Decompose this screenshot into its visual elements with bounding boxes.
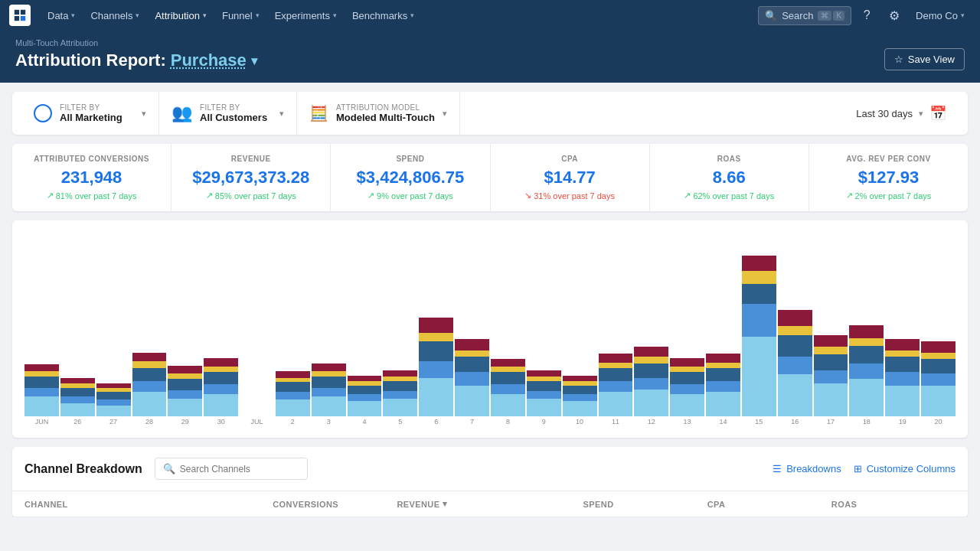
bar-segment [455, 386, 489, 416]
bar-segment [132, 381, 167, 392]
bar-segment [849, 325, 884, 338]
bar-segment [383, 399, 417, 416]
chart-x-label: 10 [563, 418, 597, 433]
nav-item-attribution[interactable]: Attribution▾ [147, 0, 214, 31]
metric-card: AVG. REV PER CONV $127.93 ↗ 2% over past… [809, 144, 968, 211]
chart-x-label: 2 [276, 418, 310, 433]
bar-segment [455, 339, 489, 350]
bar-segment [348, 376, 382, 381]
bar-group [706, 354, 740, 416]
nav-item-data[interactable]: Data▾ [40, 0, 83, 31]
bar-segment [921, 386, 956, 416]
svg-rect-3 [21, 16, 25, 21]
filter-circle-icon [34, 104, 52, 122]
nav-chevron-icon: ▾ [256, 11, 260, 19]
calendar-icon[interactable]: 📅 [929, 105, 946, 122]
column-header-revenue[interactable]: Revenue ▾ [397, 499, 583, 509]
nav-item-funnel[interactable]: Funnel▾ [214, 0, 267, 31]
bar-segment [921, 373, 956, 386]
bar-segment [455, 357, 489, 372]
customize-columns-icon: ⊞ [854, 463, 862, 474]
nav-item-channels[interactable]: Channels▾ [83, 0, 147, 31]
column-header-spend[interactable]: Spend [583, 499, 707, 509]
report-type-selector[interactable]: Purchase [171, 51, 247, 70]
date-range-filter[interactable]: Last 30 days ▾ 📅 [460, 92, 959, 135]
bar-segment [742, 304, 776, 337]
column-header-cpa[interactable]: CPA [707, 499, 831, 509]
attribution-model-value: Modeled Multi-Touch [336, 112, 435, 123]
bar-group [24, 364, 59, 416]
calculator-icon: 🧮 [309, 104, 328, 122]
bar-segment [24, 364, 59, 371]
bar-segment [706, 354, 740, 363]
search-channels-icon: 🔍 [163, 463, 175, 474]
breakdowns-icon: ☰ [773, 463, 782, 474]
bar-segment [670, 394, 704, 416]
app-logo[interactable] [9, 5, 31, 26]
search-channels-input[interactable] [180, 464, 299, 474]
filter-value-1: All Marketing [60, 112, 134, 123]
search-bar[interactable]: 🔍 Search ⌘ K [758, 6, 851, 25]
nav-chevron-icon: ▾ [203, 11, 207, 19]
metric-value: $14.77 [503, 168, 637, 187]
attribution-model-chevron-icon: ▾ [443, 109, 447, 119]
bar-segment [849, 346, 884, 364]
bar-segment [276, 399, 310, 416]
bar-segment [276, 382, 310, 392]
save-view-button[interactable]: ☆ Save View [884, 48, 965, 70]
bar-segment [706, 392, 740, 416]
filter-value-2: All Customers [200, 112, 272, 123]
bar-segment [634, 347, 668, 357]
top-navigation: Data▾Channels▾Attribution▾Funnel▾Experim… [0, 0, 980, 31]
bar-segment [885, 372, 920, 385]
bar-segment [60, 396, 95, 403]
metric-value: $127.93 [822, 168, 956, 187]
bar-group [419, 318, 453, 416]
bar-group [276, 371, 310, 416]
nav-item-benchmarks[interactable]: Benchmarks▾ [345, 0, 422, 31]
column-header-roas[interactable]: ROAS [831, 499, 956, 509]
bar-group [383, 370, 417, 416]
customize-columns-button[interactable]: ⊞ Customize Columns [854, 463, 956, 474]
bar-segment [96, 406, 131, 416]
search-channels-input-wrapper[interactable]: 🔍 [155, 458, 308, 480]
settings-button[interactable]: ⚙ [882, 3, 906, 28]
bar-group [921, 341, 956, 416]
bar-segment [24, 396, 59, 416]
metric-value: $3,424,806.75 [343, 168, 477, 187]
bar-segment [670, 384, 704, 394]
chart-x-label: 19 [885, 418, 920, 433]
nav-item-experiments[interactable]: Experiments▾ [267, 0, 345, 31]
bar-segment [670, 367, 704, 372]
metric-change: ↗ 2% over past 7 days [822, 191, 956, 201]
metric-label: REVENUE [184, 155, 318, 163]
bar-segment [204, 358, 238, 367]
arrow-up-icon: ↗ [368, 191, 374, 201]
chart-x-label: 5 [383, 418, 417, 433]
bar-segment [383, 370, 417, 377]
user-menu[interactable]: Demo Co ▾ [910, 10, 971, 21]
marketing-filter[interactable]: Filter by All Marketing ▾ [21, 92, 159, 135]
svg-rect-2 [15, 16, 19, 21]
help-button[interactable]: ? [854, 3, 879, 28]
chart-x-label: 17 [814, 418, 848, 433]
bar-group [599, 354, 633, 416]
customers-filter[interactable]: 👥 Filter by All Customers ▾ [159, 92, 297, 135]
chart-x-label: 20 [921, 418, 956, 433]
arrow-up-icon: ↗ [684, 191, 691, 201]
bar-segment [168, 366, 202, 373]
search-label: Search [782, 10, 813, 21]
breakdowns-button[interactable]: ☰ Breakdowns [773, 463, 841, 474]
column-header-conversions[interactable]: Conversions [273, 499, 397, 509]
chart-x-label: JUL [240, 418, 274, 433]
bar-segment [599, 381, 633, 392]
bar-segment [204, 384, 238, 394]
bar-segment [168, 373, 202, 379]
bar-segment [921, 359, 956, 373]
report-type-chevron-icon[interactable]: ▾ [251, 54, 257, 68]
attribution-model-filter[interactable]: 🧮 Attribution Model Modeled Multi-Touch … [297, 92, 460, 135]
bar-segment [634, 364, 668, 378]
bar-segment [491, 367, 525, 372]
bar-segment [96, 392, 131, 399]
bar-segment [814, 383, 848, 416]
